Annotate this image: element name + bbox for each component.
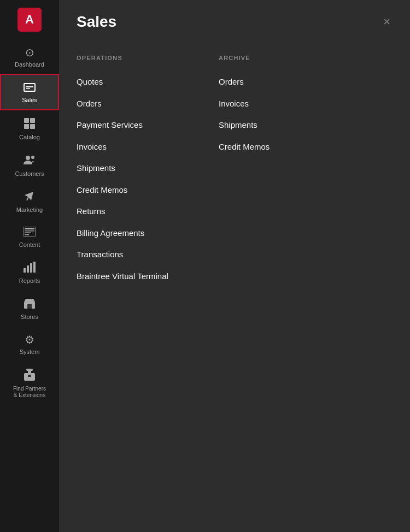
archive-section-title: ARCHIVE xyxy=(219,55,328,61)
sidebar-item-sales[interactable]: Sales xyxy=(0,74,59,110)
page-title: Sales xyxy=(77,13,116,31)
main-header: Sales × xyxy=(59,0,410,42)
sidebar-label-marketing: Marketing xyxy=(16,206,43,214)
sidebar-item-content[interactable]: Content xyxy=(0,219,59,254)
svg-rect-6 xyxy=(24,124,29,129)
svg-rect-21 xyxy=(26,369,33,371)
svg-rect-11 xyxy=(25,228,34,229)
menu-grid: OPERATIONS Quotes Orders Payment Service… xyxy=(59,42,410,532)
menu-link-quotes[interactable]: Quotes xyxy=(77,71,186,93)
menu-link-transactions[interactable]: Transactions xyxy=(77,244,186,265)
menu-link-returns[interactable]: Returns xyxy=(77,200,186,222)
extensions-icon xyxy=(24,369,35,382)
sidebar-label-reports: Reports xyxy=(19,277,40,285)
menu-link-credit-memos[interactable]: Credit Memos xyxy=(77,179,186,201)
menu-link-braintree[interactable]: Braintree Virtual Terminal xyxy=(77,265,186,287)
sidebar-label-stores: Stores xyxy=(21,314,38,321)
sidebar-item-stores[interactable]: Stores xyxy=(0,290,59,326)
svg-rect-15 xyxy=(24,268,26,273)
menu-link-archive-orders[interactable]: Orders xyxy=(219,71,328,93)
sidebar-label-catalog: Catalog xyxy=(19,134,40,141)
close-button[interactable]: × xyxy=(381,14,393,30)
marketing-icon xyxy=(24,191,36,203)
menu-link-archive-credit-memos[interactable]: Credit Memos xyxy=(219,136,328,158)
sidebar-item-catalog[interactable]: Catalog xyxy=(0,110,59,146)
menu-link-billing-agreements[interactable]: Billing Agreements xyxy=(77,222,186,244)
svg-rect-12 xyxy=(25,230,34,232)
svg-point-8 xyxy=(26,156,30,160)
content-icon xyxy=(24,227,36,238)
stores-icon xyxy=(24,298,36,310)
app-logo[interactable]: A xyxy=(17,8,42,32)
reports-icon xyxy=(24,262,36,274)
svg-rect-16 xyxy=(27,265,29,273)
svg-rect-2 xyxy=(26,86,33,87)
svg-rect-24 xyxy=(28,375,31,377)
sidebar-label-sales: Sales xyxy=(22,97,37,104)
sidebar-item-dashboard[interactable]: ⊙ Dashboard xyxy=(0,39,59,74)
menu-column-operations: OPERATIONS Quotes Orders Payment Service… xyxy=(77,55,186,519)
svg-rect-18 xyxy=(33,262,36,273)
customers-icon xyxy=(24,155,36,167)
sales-icon xyxy=(24,82,36,93)
system-icon: ⚙ xyxy=(25,334,34,345)
svg-rect-14 xyxy=(25,234,29,235)
operations-section-title: OPERATIONS xyxy=(77,55,186,61)
svg-rect-4 xyxy=(24,118,29,123)
logo-letter: A xyxy=(25,13,34,27)
sidebar-label-dashboard: Dashboard xyxy=(15,61,44,68)
menu-link-invoices[interactable]: Invoices xyxy=(77,136,186,158)
svg-point-9 xyxy=(31,156,34,159)
menu-link-archive-invoices[interactable]: Invoices xyxy=(219,93,328,115)
sidebar-label-extensions: Find Partners& Extensions xyxy=(13,386,46,399)
catalog-icon xyxy=(24,118,35,131)
sidebar-logo: A xyxy=(0,0,59,39)
sidebar-item-system[interactable]: ⚙ System xyxy=(0,327,59,361)
menu-link-orders[interactable]: Orders xyxy=(77,93,186,115)
sidebar-item-extensions[interactable]: Find Partners& Extensions xyxy=(0,361,59,404)
menu-link-payment-services[interactable]: Payment Services xyxy=(77,114,186,136)
menu-column-archive: ARCHIVE Orders Invoices Shipments Credit… xyxy=(219,55,328,519)
svg-rect-5 xyxy=(30,118,35,123)
svg-rect-7 xyxy=(30,124,35,129)
menu-link-shipments[interactable]: Shipments xyxy=(77,157,186,179)
sidebar-item-marketing[interactable]: Marketing xyxy=(0,183,59,219)
sidebar: A ⊙ Dashboard Sales Catalog xyxy=(0,0,59,532)
svg-rect-13 xyxy=(25,232,31,233)
svg-rect-20 xyxy=(27,304,32,309)
svg-rect-17 xyxy=(30,263,32,273)
sidebar-item-reports[interactable]: Reports xyxy=(0,254,59,290)
sidebar-label-customers: Customers xyxy=(15,170,44,178)
sidebar-item-customers[interactable]: Customers xyxy=(0,147,59,183)
sidebar-label-system: System xyxy=(20,348,40,356)
svg-rect-3 xyxy=(26,88,30,89)
menu-link-archive-shipments[interactable]: Shipments xyxy=(219,114,328,136)
sidebar-label-content: Content xyxy=(19,241,40,249)
svg-rect-22 xyxy=(28,371,31,373)
main-content: Sales × OPERATIONS Quotes Orders Payment… xyxy=(59,0,410,532)
dashboard-icon: ⊙ xyxy=(25,47,34,58)
